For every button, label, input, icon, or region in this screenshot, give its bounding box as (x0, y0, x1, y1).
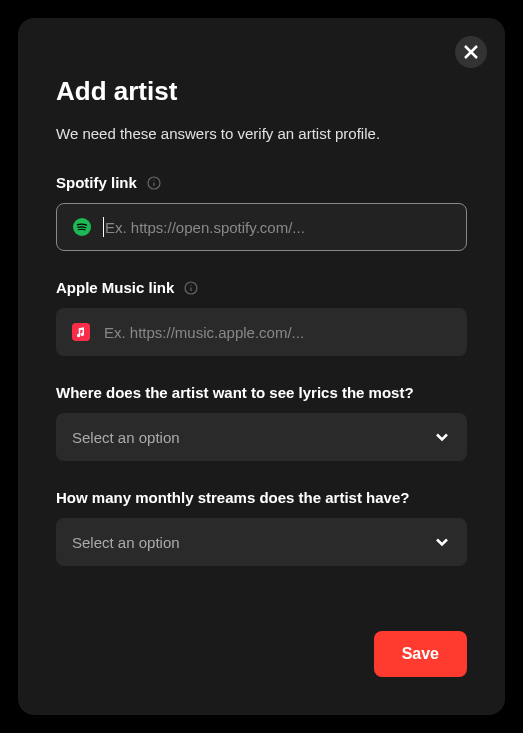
save-button[interactable]: Save (374, 631, 467, 677)
info-icon[interactable] (147, 176, 161, 190)
monthly-streams-field: How many monthly streams does the artist… (56, 489, 467, 566)
apple-music-field: Apple Music link (56, 279, 467, 356)
modal-title: Add artist (56, 76, 467, 107)
spotify-input[interactable] (105, 204, 450, 250)
apple-music-label: Apple Music link (56, 279, 174, 296)
apple-music-input[interactable] (104, 308, 451, 356)
select-placeholder: Select an option (72, 534, 180, 551)
spotify-icon (73, 218, 91, 236)
svg-point-2 (153, 179, 154, 180)
chevron-down-icon (433, 428, 451, 446)
add-artist-modal: Add artist We need these answers to veri… (18, 18, 505, 715)
lyrics-preference-select[interactable]: Select an option (56, 413, 467, 461)
close-icon (464, 45, 478, 59)
spotify-label: Spotify link (56, 174, 137, 191)
spotify-input-wrapper (56, 203, 467, 251)
close-button[interactable] (455, 36, 487, 68)
svg-point-6 (191, 284, 192, 285)
select-placeholder: Select an option (72, 429, 180, 446)
modal-subtitle: We need these answers to verify an artis… (56, 125, 467, 142)
monthly-streams-label: How many monthly streams does the artist… (56, 489, 409, 506)
chevron-down-icon (433, 533, 451, 551)
lyrics-preference-label: Where does the artist want to see lyrics… (56, 384, 414, 401)
spotify-field: Spotify link (56, 174, 467, 251)
info-icon[interactable] (184, 281, 198, 295)
apple-music-icon (72, 323, 90, 341)
monthly-streams-select[interactable]: Select an option (56, 518, 467, 566)
svg-rect-7 (72, 323, 90, 341)
apple-music-input-wrapper (56, 308, 467, 356)
lyrics-preference-field: Where does the artist want to see lyrics… (56, 384, 467, 461)
